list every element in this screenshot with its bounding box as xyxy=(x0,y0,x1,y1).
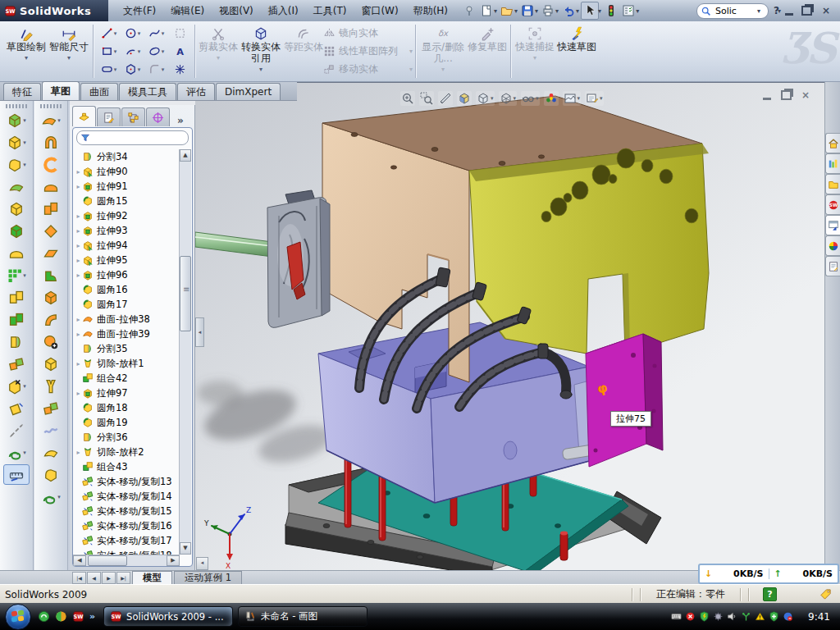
cmd-rapid-button[interactable]: 快速草图 xyxy=(555,21,598,81)
pattern-button[interactable]: 线性草图阵列▾ xyxy=(323,43,413,60)
col1-tool-4[interactable] xyxy=(3,199,30,219)
tree-item[interactable]: ▸拉伸93 xyxy=(75,223,180,238)
tree-item[interactable]: 组合42 xyxy=(75,371,180,386)
sketch-tool-polygon[interactable]: ▾ xyxy=(121,61,144,79)
solidworks-resources-tab[interactable]: SW xyxy=(825,194,840,215)
graphics-viewport[interactable]: φ Y Z X xyxy=(195,82,824,570)
model-tab-1[interactable]: 运动算例 1 xyxy=(174,571,242,584)
tray-speaker-icon[interactable] xyxy=(727,611,737,622)
col1-tool-8[interactable] xyxy=(3,287,30,308)
tree-item[interactable]: 实体-移动/复制18 xyxy=(75,548,180,555)
tree-filter[interactable] xyxy=(76,130,189,145)
tag-icon[interactable] xyxy=(819,588,832,600)
tree-item[interactable]: ▸曲面-拉伸38 xyxy=(75,312,180,326)
tree-item[interactable]: ▸拉伸97 xyxy=(75,386,180,400)
appearance-button[interactable] xyxy=(544,91,559,106)
tree-item[interactable]: 圆角18 xyxy=(75,400,180,415)
cmd-offset-button[interactable]: 等距实体 xyxy=(284,21,323,81)
scroll-up-button[interactable]: ▲ xyxy=(180,149,191,162)
annotation-button[interactable]: ▾ xyxy=(585,91,604,106)
col2-tool-8[interactable] xyxy=(38,287,64,308)
propertymanager-tab[interactable] xyxy=(97,107,121,126)
panel-splitter-handle[interactable]: ◂ xyxy=(195,317,204,347)
col1-tool-13[interactable] xyxy=(3,398,30,418)
menu-item-3[interactable]: 插入(I) xyxy=(262,2,305,21)
doc-minimize-button[interactable] xyxy=(763,90,771,100)
tree-item[interactable]: 实体-移动/复制15 xyxy=(75,504,180,518)
nav-▶|[interactable]: ▶| xyxy=(116,572,130,584)
tab-评估[interactable]: 评估 xyxy=(177,83,215,100)
col2-tool-16[interactable] xyxy=(38,464,64,485)
zoom-fit-button[interactable] xyxy=(400,91,415,106)
cmd-trim-button[interactable]: 剪裁实体▾ xyxy=(199,21,238,81)
quick-launch-overflow[interactable]: » xyxy=(89,611,95,622)
tree-horizontal-scrollbar[interactable]: ◀ ▶ xyxy=(73,555,180,566)
col1-tool-12[interactable]: ▾ xyxy=(3,376,30,396)
tray-warn-icon[interactable] xyxy=(755,611,765,622)
tree-item[interactable]: 圆角17 xyxy=(75,297,180,312)
expand-icon[interactable]: ▸ xyxy=(75,449,82,456)
col2-tool-14[interactable] xyxy=(38,420,64,441)
sketch-tool-rect[interactable]: ▾ xyxy=(97,43,121,61)
scroll-thumb[interactable] xyxy=(180,256,191,331)
col1-tool-11[interactable] xyxy=(3,354,30,374)
appearances-tab[interactable] xyxy=(825,235,840,256)
cmd-display-button[interactable]: δx显示/删除几...▾ xyxy=(419,21,467,81)
display-style-button[interactable]: ▾ xyxy=(499,91,518,106)
col1-tool-15[interactable]: ▾ xyxy=(3,442,30,463)
move-button[interactable]: 移动实体▾ xyxy=(323,62,413,78)
custom-properties-tab[interactable] xyxy=(825,256,840,276)
col1-tool-9[interactable] xyxy=(3,309,30,330)
ql-green-icon[interactable] xyxy=(38,610,50,623)
view-cube-button[interactable] xyxy=(457,91,472,106)
close-button[interactable]: × xyxy=(820,5,832,16)
dimxpertmanager-tab[interactable] xyxy=(146,107,170,126)
sketch-tool-select[interactable] xyxy=(168,25,192,43)
viewport-scroll-corner[interactable]: ◂ xyxy=(196,557,208,570)
col2-tool-2[interactable] xyxy=(38,154,64,175)
design-library-tab[interactable] xyxy=(825,153,840,174)
view-palette-tab[interactable] xyxy=(825,215,840,235)
file-explorer-tab[interactable] xyxy=(825,174,840,194)
configurationmanager-tab[interactable] xyxy=(121,107,145,126)
tray-shieldplus-icon[interactable] xyxy=(769,611,779,622)
toolbar-drag-handle[interactable] xyxy=(6,104,27,108)
col2-tool-5[interactable] xyxy=(38,221,64,241)
quick-tip-icon[interactable]: ? xyxy=(763,587,777,601)
ql-orange-icon[interactable] xyxy=(55,610,67,623)
tray-gear-icon[interactable] xyxy=(713,611,724,622)
col2-tool-0[interactable]: ▾ xyxy=(38,110,64,130)
rebuild-button[interactable] xyxy=(603,2,619,19)
col1-tool-5[interactable] xyxy=(3,221,30,241)
tree-item[interactable]: ▸切除-放样2 xyxy=(75,445,180,459)
sketch-tool-point[interactable] xyxy=(168,61,192,79)
tab-模具工具[interactable]: 模具工具 xyxy=(119,83,176,100)
help-caret-icon[interactable]: ▾ xyxy=(778,7,781,15)
expand-icon[interactable]: ▸ xyxy=(75,183,82,190)
expand-icon[interactable]: ▸ xyxy=(75,227,82,235)
tree-item[interactable]: ▸拉伸94 xyxy=(75,238,180,253)
home-tab[interactable] xyxy=(825,133,840,153)
toolbar-drag-handle[interactable] xyxy=(40,104,62,108)
col1-tool-1[interactable]: ▾ xyxy=(3,132,30,153)
hscroll-thumb[interactable] xyxy=(88,555,127,566)
col1-tool-2[interactable]: ▾ xyxy=(3,154,30,175)
tree-item[interactable]: ▸曲面-拉伸39 xyxy=(75,326,180,341)
undo-caret-icon[interactable]: ▾ xyxy=(576,7,579,15)
tab-特征[interactable]: 特征 xyxy=(3,83,41,100)
menu-item-5[interactable]: 窗口(W) xyxy=(354,2,404,21)
zoom-area-button[interactable] xyxy=(419,91,434,106)
tray-red-icon[interactable] xyxy=(685,611,696,622)
scroll-left-button[interactable]: ◀ xyxy=(73,555,86,566)
cursor-button[interactable] xyxy=(581,2,599,20)
tree-vertical-scrollbar[interactable]: ▲ ▼ xyxy=(179,149,191,555)
menu-item-1[interactable]: 编辑(E) xyxy=(164,2,211,21)
cmd-sketch-button[interactable]: 草图绘制▾ xyxy=(5,21,48,81)
col2-tool-10[interactable] xyxy=(38,331,64,352)
sketch-tool-circle[interactable]: ▾ xyxy=(121,25,144,43)
tree-item[interactable]: 组合43 xyxy=(75,459,180,474)
expand-icon[interactable]: ▸ xyxy=(75,257,82,264)
docnew-button[interactable] xyxy=(478,2,495,19)
col1-tool-16[interactable] xyxy=(3,464,30,485)
expand-icon[interactable]: ▸ xyxy=(75,360,82,368)
